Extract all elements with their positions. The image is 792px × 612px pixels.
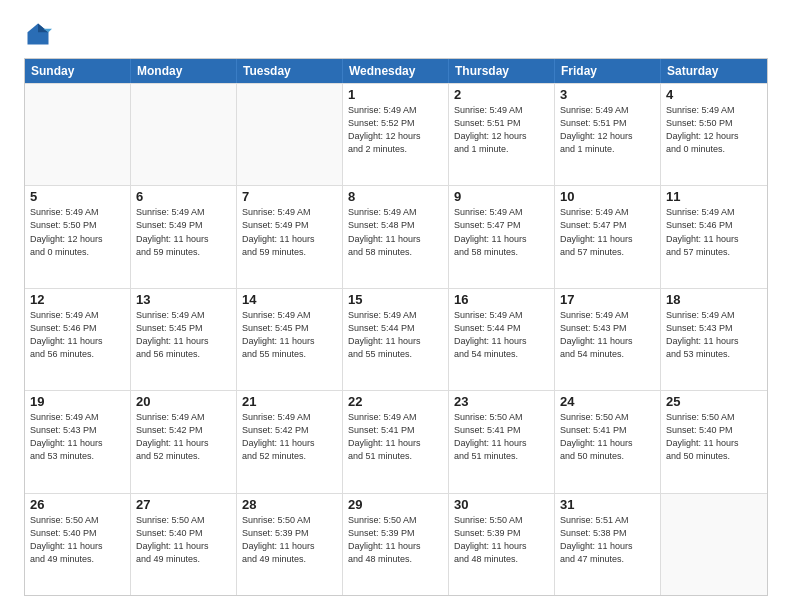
day-detail: Sunrise: 5:49 AM Sunset: 5:45 PM Dayligh…: [136, 309, 231, 361]
day-detail: Sunrise: 5:49 AM Sunset: 5:47 PM Dayligh…: [560, 206, 655, 258]
day-number: 29: [348, 497, 443, 512]
calendar-row-5: 26Sunrise: 5:50 AM Sunset: 5:40 PM Dayli…: [25, 493, 767, 595]
calendar-cell: 20Sunrise: 5:49 AM Sunset: 5:42 PM Dayli…: [131, 391, 237, 492]
day-detail: Sunrise: 5:49 AM Sunset: 5:42 PM Dayligh…: [136, 411, 231, 463]
calendar-cell: 8Sunrise: 5:49 AM Sunset: 5:48 PM Daylig…: [343, 186, 449, 287]
day-number: 3: [560, 87, 655, 102]
calendar-cell: [237, 84, 343, 185]
calendar-cell: 13Sunrise: 5:49 AM Sunset: 5:45 PM Dayli…: [131, 289, 237, 390]
calendar-cell: 12Sunrise: 5:49 AM Sunset: 5:46 PM Dayli…: [25, 289, 131, 390]
calendar-cell: 9Sunrise: 5:49 AM Sunset: 5:47 PM Daylig…: [449, 186, 555, 287]
day-number: 16: [454, 292, 549, 307]
calendar: SundayMondayTuesdayWednesdayThursdayFrid…: [24, 58, 768, 596]
day-number: 7: [242, 189, 337, 204]
day-number: 6: [136, 189, 231, 204]
calendar-cell: 30Sunrise: 5:50 AM Sunset: 5:39 PM Dayli…: [449, 494, 555, 595]
day-detail: Sunrise: 5:49 AM Sunset: 5:49 PM Dayligh…: [242, 206, 337, 258]
day-number: 12: [30, 292, 125, 307]
header-day-monday: Monday: [131, 59, 237, 83]
day-number: 15: [348, 292, 443, 307]
calendar-cell: 24Sunrise: 5:50 AM Sunset: 5:41 PM Dayli…: [555, 391, 661, 492]
day-detail: Sunrise: 5:50 AM Sunset: 5:41 PM Dayligh…: [454, 411, 549, 463]
day-number: 11: [666, 189, 762, 204]
calendar-cell: 7Sunrise: 5:49 AM Sunset: 5:49 PM Daylig…: [237, 186, 343, 287]
day-detail: Sunrise: 5:49 AM Sunset: 5:51 PM Dayligh…: [454, 104, 549, 156]
calendar-cell: 16Sunrise: 5:49 AM Sunset: 5:44 PM Dayli…: [449, 289, 555, 390]
day-number: 18: [666, 292, 762, 307]
header-day-saturday: Saturday: [661, 59, 767, 83]
calendar-cell: [25, 84, 131, 185]
day-number: 4: [666, 87, 762, 102]
day-detail: Sunrise: 5:49 AM Sunset: 5:46 PM Dayligh…: [30, 309, 125, 361]
calendar-cell: 26Sunrise: 5:50 AM Sunset: 5:40 PM Dayli…: [25, 494, 131, 595]
calendar-cell: 15Sunrise: 5:49 AM Sunset: 5:44 PM Dayli…: [343, 289, 449, 390]
header-day-wednesday: Wednesday: [343, 59, 449, 83]
calendar-cell: 3Sunrise: 5:49 AM Sunset: 5:51 PM Daylig…: [555, 84, 661, 185]
day-detail: Sunrise: 5:49 AM Sunset: 5:43 PM Dayligh…: [666, 309, 762, 361]
day-detail: Sunrise: 5:50 AM Sunset: 5:39 PM Dayligh…: [454, 514, 549, 566]
day-number: 17: [560, 292, 655, 307]
calendar-cell: 31Sunrise: 5:51 AM Sunset: 5:38 PM Dayli…: [555, 494, 661, 595]
calendar-cell: 14Sunrise: 5:49 AM Sunset: 5:45 PM Dayli…: [237, 289, 343, 390]
day-number: 22: [348, 394, 443, 409]
day-number: 20: [136, 394, 231, 409]
calendar-cell: 11Sunrise: 5:49 AM Sunset: 5:46 PM Dayli…: [661, 186, 767, 287]
day-detail: Sunrise: 5:49 AM Sunset: 5:45 PM Dayligh…: [242, 309, 337, 361]
calendar-cell: 10Sunrise: 5:49 AM Sunset: 5:47 PM Dayli…: [555, 186, 661, 287]
calendar-cell: 6Sunrise: 5:49 AM Sunset: 5:49 PM Daylig…: [131, 186, 237, 287]
day-number: 25: [666, 394, 762, 409]
page: SundayMondayTuesdayWednesdayThursdayFrid…: [0, 0, 792, 612]
calendar-cell: [661, 494, 767, 595]
day-detail: Sunrise: 5:49 AM Sunset: 5:47 PM Dayligh…: [454, 206, 549, 258]
calendar-cell: 21Sunrise: 5:49 AM Sunset: 5:42 PM Dayli…: [237, 391, 343, 492]
day-number: 19: [30, 394, 125, 409]
calendar-cell: 2Sunrise: 5:49 AM Sunset: 5:51 PM Daylig…: [449, 84, 555, 185]
day-number: 14: [242, 292, 337, 307]
day-detail: Sunrise: 5:50 AM Sunset: 5:40 PM Dayligh…: [666, 411, 762, 463]
day-number: 24: [560, 394, 655, 409]
calendar-cell: 29Sunrise: 5:50 AM Sunset: 5:39 PM Dayli…: [343, 494, 449, 595]
day-detail: Sunrise: 5:50 AM Sunset: 5:39 PM Dayligh…: [348, 514, 443, 566]
header-day-thursday: Thursday: [449, 59, 555, 83]
day-number: 2: [454, 87, 549, 102]
day-detail: Sunrise: 5:49 AM Sunset: 5:44 PM Dayligh…: [348, 309, 443, 361]
header-day-tuesday: Tuesday: [237, 59, 343, 83]
day-number: 8: [348, 189, 443, 204]
day-detail: Sunrise: 5:49 AM Sunset: 5:50 PM Dayligh…: [30, 206, 125, 258]
calendar-cell: 4Sunrise: 5:49 AM Sunset: 5:50 PM Daylig…: [661, 84, 767, 185]
header-day-friday: Friday: [555, 59, 661, 83]
day-number: 28: [242, 497, 337, 512]
calendar-header: SundayMondayTuesdayWednesdayThursdayFrid…: [25, 59, 767, 83]
day-detail: Sunrise: 5:50 AM Sunset: 5:40 PM Dayligh…: [30, 514, 125, 566]
day-number: 13: [136, 292, 231, 307]
calendar-row-1: 1Sunrise: 5:49 AM Sunset: 5:52 PM Daylig…: [25, 83, 767, 185]
calendar-cell: 22Sunrise: 5:49 AM Sunset: 5:41 PM Dayli…: [343, 391, 449, 492]
day-detail: Sunrise: 5:50 AM Sunset: 5:41 PM Dayligh…: [560, 411, 655, 463]
calendar-row-3: 12Sunrise: 5:49 AM Sunset: 5:46 PM Dayli…: [25, 288, 767, 390]
day-detail: Sunrise: 5:49 AM Sunset: 5:42 PM Dayligh…: [242, 411, 337, 463]
day-detail: Sunrise: 5:50 AM Sunset: 5:40 PM Dayligh…: [136, 514, 231, 566]
calendar-row-2: 5Sunrise: 5:49 AM Sunset: 5:50 PM Daylig…: [25, 185, 767, 287]
day-detail: Sunrise: 5:49 AM Sunset: 5:48 PM Dayligh…: [348, 206, 443, 258]
day-number: 23: [454, 394, 549, 409]
header-day-sunday: Sunday: [25, 59, 131, 83]
day-number: 9: [454, 189, 549, 204]
day-number: 26: [30, 497, 125, 512]
calendar-row-4: 19Sunrise: 5:49 AM Sunset: 5:43 PM Dayli…: [25, 390, 767, 492]
calendar-cell: 23Sunrise: 5:50 AM Sunset: 5:41 PM Dayli…: [449, 391, 555, 492]
day-detail: Sunrise: 5:49 AM Sunset: 5:50 PM Dayligh…: [666, 104, 762, 156]
day-number: 30: [454, 497, 549, 512]
calendar-cell: 17Sunrise: 5:49 AM Sunset: 5:43 PM Dayli…: [555, 289, 661, 390]
logo-icon: [24, 20, 52, 48]
calendar-cell: 1Sunrise: 5:49 AM Sunset: 5:52 PM Daylig…: [343, 84, 449, 185]
calendar-cell: 25Sunrise: 5:50 AM Sunset: 5:40 PM Dayli…: [661, 391, 767, 492]
day-detail: Sunrise: 5:50 AM Sunset: 5:39 PM Dayligh…: [242, 514, 337, 566]
calendar-cell: 19Sunrise: 5:49 AM Sunset: 5:43 PM Dayli…: [25, 391, 131, 492]
day-detail: Sunrise: 5:49 AM Sunset: 5:46 PM Dayligh…: [666, 206, 762, 258]
day-number: 5: [30, 189, 125, 204]
day-number: 31: [560, 497, 655, 512]
header: [24, 20, 768, 48]
calendar-cell: 18Sunrise: 5:49 AM Sunset: 5:43 PM Dayli…: [661, 289, 767, 390]
day-detail: Sunrise: 5:49 AM Sunset: 5:49 PM Dayligh…: [136, 206, 231, 258]
day-number: 27: [136, 497, 231, 512]
